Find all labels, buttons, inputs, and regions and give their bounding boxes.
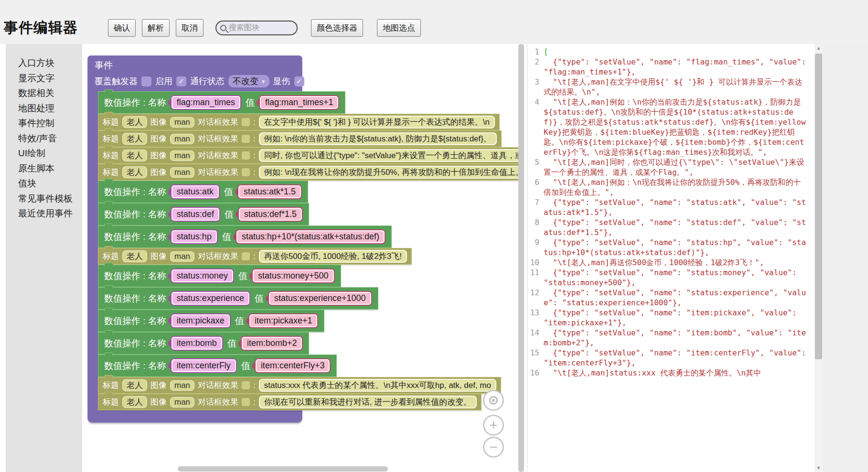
dialog-text-field[interactable]: 在文字中使用${' ${ '}和 } 可以计算并显示一个表达式的结果。\n: [259, 116, 495, 129]
speaker-image-chip[interactable]: man: [170, 134, 194, 144]
speaker-title-chip[interactable]: 老人: [122, 150, 147, 161]
scrollbar-thumb[interactable]: [518, 44, 524, 472]
zoom-in-button[interactable]: +: [483, 415, 504, 436]
dialog-text-block[interactable]: 标题老人图像man对话框效果:同时, 你也可以通过{"type": "setVa…: [98, 147, 524, 164]
sidebar-item-8[interactable]: 值块: [18, 176, 82, 191]
value-name-chip[interactable]: item:pickaxe: [171, 313, 231, 328]
dialog-text-field[interactable]: status:xxx 代表勇士的某个属性。\n其中xxx可取hp, atk, d…: [259, 379, 496, 392]
value-name-chip[interactable]: item:centerFly: [171, 358, 237, 373]
speaker-title-chip[interactable]: 老人: [122, 396, 147, 408]
cancel-button[interactable]: 取消: [176, 19, 204, 37]
code-line[interactable]: 5 "\t[老人,man]同时，你也可以通过{\"type\": \"setVa…: [527, 157, 814, 177]
scroll-up-arrow-icon[interactable]: ▲: [814, 44, 823, 52]
code-line[interactable]: 1[: [527, 47, 814, 57]
code-line[interactable]: 12 {"type": "setValue", "name": "status:…: [527, 288, 814, 308]
speaker-title-chip[interactable]: 老人: [122, 166, 147, 178]
scrollbar-thumb[interactable]: [815, 54, 822, 359]
speaker-title-chip[interactable]: 老人: [122, 133, 147, 145]
value-name-chip[interactable]: status:hp: [171, 229, 218, 244]
setvalue-block[interactable]: 数值操作 : 名称status:def值status:def*1.5: [98, 203, 309, 225]
code-line[interactable]: 6 "\t[老人,man]例如：\n现在我将让你的攻防提升50%，再将攻防和的十…: [527, 177, 814, 197]
zoom-reset-button[interactable]: [483, 390, 504, 411]
map-pick-button[interactable]: 地图选点: [377, 19, 421, 37]
value-name-chip[interactable]: status:def: [171, 207, 220, 222]
speaker-image-chip[interactable]: man: [170, 117, 194, 128]
pass-state-dropdown[interactable]: 不改变 ▾: [228, 75, 269, 87]
speaker-image-chip[interactable]: man: [170, 397, 194, 408]
dialog-effect-box[interactable]: [242, 398, 250, 406]
sidebar-item-9[interactable]: 常见事件模板: [18, 191, 82, 206]
confirm-button[interactable]: 确认: [108, 19, 136, 37]
speaker-title-chip[interactable]: 老人: [122, 250, 147, 262]
value-expr-chip[interactable]: item:bomb+2: [241, 336, 303, 351]
zoom-out-button[interactable]: −: [483, 437, 504, 458]
canvas-horizontal-scrollbar[interactable]: [178, 466, 388, 472]
setvalue-block[interactable]: 数值操作 : 名称item:pickaxe值item:pickaxe+1: [98, 310, 324, 332]
value-expr-chip[interactable]: status:money+500: [252, 268, 335, 283]
value-expr-chip[interactable]: flag:man_times+1: [259, 95, 340, 110]
sidebar-item-5[interactable]: 特效/声音: [18, 131, 82, 146]
value-expr-chip[interactable]: status:atk*1.5: [237, 184, 302, 199]
dialog-text-field[interactable]: 例如: \n现在我将让你的攻防提升50%, 再将攻防和的十倍加到生命值上。: [259, 166, 524, 179]
sidebar-item-0[interactable]: 入口方块: [18, 55, 82, 71]
value-expr-chip[interactable]: item:centerFly+3: [255, 358, 331, 373]
setvalue-block[interactable]: 数值操作 : 名称status:money值status:money+500: [98, 265, 341, 287]
setvalue-block[interactable]: 数值操作 : 名称item:bomb值item:bomb+2: [98, 332, 309, 354]
dialog-text-block[interactable]: 标题老人图像man对话框效果:status:xxx 代表勇士的某个属性。\n其中…: [98, 377, 501, 394]
parse-button[interactable]: 解析: [142, 19, 170, 37]
tile-search-box[interactable]: [215, 21, 298, 35]
dialog-text-field[interactable]: 再送你500金币, 1000经验, 1破2炸3飞!: [259, 250, 407, 263]
dialog-effect-box[interactable]: [242, 151, 250, 160]
sidebar-item-3[interactable]: 地图处理: [18, 101, 82, 116]
sidebar-item-10[interactable]: 最近使用事件: [18, 206, 82, 221]
speaker-title-chip[interactable]: 老人: [122, 116, 147, 128]
dialog-text-field[interactable]: 同时, 你也可以通过{"type": "setValue"}来设置一个勇士的属性…: [259, 149, 524, 162]
code-line[interactable]: 11 {"type": "setValue", "name": "status:…: [527, 268, 814, 288]
dialog-effect-box[interactable]: [242, 168, 250, 176]
speaker-image-chip[interactable]: man: [170, 380, 194, 391]
dialog-text-block[interactable]: 标题老人图像man对话框效果:在文字中使用${' ${ '}和 } 可以计算并显…: [98, 114, 500, 130]
code-line[interactable]: 10 "\t[老人,man]再送你500金币，1000经验，1破2炸3飞！",: [527, 257, 814, 268]
trigger-checkbox[interactable]: [141, 76, 151, 86]
value-name-chip[interactable]: status:experience: [171, 291, 250, 306]
search-input[interactable]: [229, 23, 286, 32]
sidebar-item-1[interactable]: 显示文字: [18, 71, 82, 86]
code-line[interactable]: 16 "\t[老人,man]status:xxx 代表勇士的某个属性。\n其中: [527, 368, 814, 378]
sidebar-item-4[interactable]: 事件控制: [18, 116, 82, 131]
speaker-title-chip[interactable]: 老人: [122, 379, 147, 391]
value-expr-chip[interactable]: status:def*1.5: [238, 207, 303, 222]
dialog-effect-box[interactable]: [242, 252, 250, 260]
dialog-effect-box[interactable]: [242, 381, 250, 389]
code-line[interactable]: 13 {"type": "setValue", "name": "item:pi…: [527, 308, 814, 328]
code-line[interactable]: 14 {"type": "setValue", "name": "item:bo…: [527, 328, 814, 348]
dialog-text-block[interactable]: 标题老人图像man对话框效果:再送你500金币, 1000经验, 1破2炸3飞!: [98, 248, 412, 265]
setvalue-block[interactable]: 数值操作 : 名称status:hp值status:hp+10*(status:…: [98, 225, 392, 248]
dialog-effect-box[interactable]: [242, 135, 250, 143]
speaker-image-chip[interactable]: man: [170, 251, 194, 262]
speaker-image-chip[interactable]: man: [170, 150, 194, 161]
sidebar-item-7[interactable]: 原生脚本: [18, 161, 82, 176]
dialog-text-field[interactable]: 你现在可以重新和我进行对话, 进一步看到属性值的改变。: [259, 396, 477, 408]
value-name-chip[interactable]: status:atk: [171, 184, 220, 199]
code-line[interactable]: 9 {"type": "setValue", "name": "status:h…: [527, 237, 814, 257]
code-line[interactable]: 4 "\t[老人,man]例如：\n你的当前攻击力是${status:atk}，…: [527, 97, 814, 157]
value-name-chip[interactable]: flag:man_times: [171, 95, 241, 110]
dialog-text-block[interactable]: 标题老人图像man对话框效果:例如: \n你的当前攻击力是${status:at…: [98, 130, 502, 147]
code-vertical-scrollbar[interactable]: ▲ ▼: [814, 44, 823, 472]
value-expr-chip[interactable]: status:experience+1000: [268, 291, 372, 306]
code-line[interactable]: 2 {"type": "setValue", "name": "flag:man…: [527, 57, 814, 77]
value-name-chip[interactable]: status:money: [171, 268, 234, 283]
value-expr-chip[interactable]: status:hp+10*(status:atk+status:def): [236, 229, 386, 244]
dialog-text-block[interactable]: 标题老人图像man对话框效果:例如: \n现在我将让你的攻防提升50%, 再将攻…: [98, 164, 524, 181]
code-line[interactable]: 3 "\t[老人,man]在文字中使用${' ${ '}和 } 可以计算并显示一…: [527, 77, 814, 97]
code-line[interactable]: 8 {"type": "setValue", "name": "status:d…: [527, 217, 814, 237]
code-editor[interactable]: 1[2 {"type": "setValue", "name": "flag:m…: [527, 44, 823, 472]
speaker-image-chip[interactable]: man: [170, 167, 194, 178]
setvalue-block[interactable]: 数值操作 : 名称status:atk值status:atk*1.5: [98, 181, 308, 203]
blockly-canvas[interactable]: 事件 覆盖触发器 启用 ✓ 通行状态 不改变 ▾ 显伤 ✓ 数值操作: [82, 44, 524, 472]
sidebar-item-6[interactable]: UI绘制: [18, 146, 82, 161]
event-block-header[interactable]: 事件 覆盖触发器 启用 ✓ 通行状态 不改变 ▾ 显伤 ✓: [87, 55, 302, 91]
setvalue-block[interactable]: 数值操作 : 名称item:centerFly值item:centerFly+3: [98, 354, 337, 377]
dialog-text-block[interactable]: 标题老人图像man对话框效果:你现在可以重新和我进行对话, 进一步看到属性值的改…: [98, 394, 482, 410]
scroll-down-arrow-icon[interactable]: ▼: [814, 464, 823, 472]
